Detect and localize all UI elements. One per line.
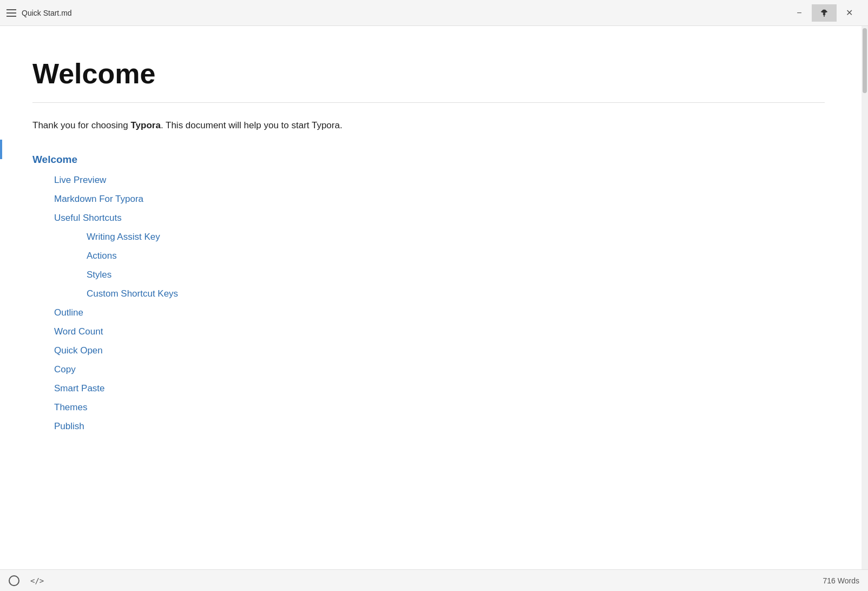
menu-icon[interactable]	[6, 9, 16, 17]
title-bar-left: Quick Start.md	[6, 9, 72, 17]
close-button[interactable]: ✕	[837, 4, 862, 22]
toc-welcome[interactable]: Welcome	[32, 154, 825, 165]
word-count-status: 716 Words	[823, 576, 859, 585]
toc-publish[interactable]: Publish	[32, 422, 825, 431]
toc-styles[interactable]: Styles	[32, 270, 825, 279]
toc-writing-assist-key[interactable]: Writing Assist Key	[32, 232, 825, 241]
toc-outline[interactable]: Outline	[32, 308, 825, 317]
scrollbar[interactable]	[862, 26, 868, 569]
toc-copy[interactable]: Copy	[32, 365, 825, 374]
intro-text-after: . This document will help you to start T…	[161, 120, 343, 130]
pin-button[interactable]	[812, 4, 837, 22]
heading-divider	[32, 102, 825, 103]
code-icon[interactable]: </>	[30, 576, 44, 585]
status-bar-left: </>	[9, 575, 44, 586]
toc-markdown-for-typora[interactable]: Markdown For Typora	[32, 194, 825, 203]
main-container: Welcome Thank you for choosing Typora. T…	[0, 26, 868, 569]
window-controls: − ✕	[787, 4, 862, 22]
status-bar: </> 716 Words	[0, 569, 868, 591]
intro-paragraph: Thank you for choosing Typora. This docu…	[32, 118, 825, 133]
toc-word-count[interactable]: Word Count	[32, 327, 825, 336]
toc-live-preview[interactable]: Live Preview	[32, 175, 825, 185]
toc-themes[interactable]: Themes	[32, 403, 825, 412]
toc-useful-shortcuts[interactable]: Useful Shortcuts	[32, 213, 825, 222]
intro-brand: Typora	[130, 120, 160, 130]
intro-text-before: Thank you for choosing	[32, 120, 130, 130]
table-of-contents: WelcomeLive PreviewMarkdown For TyporaUs…	[32, 154, 825, 431]
title-bar: Quick Start.md − ✕	[0, 0, 868, 26]
toc-quick-open[interactable]: Quick Open	[32, 346, 825, 355]
scrollbar-thumb[interactable]	[863, 28, 867, 93]
circle-icon[interactable]	[9, 575, 19, 586]
content-area: Welcome Thank you for choosing Typora. T…	[0, 26, 868, 569]
toc-actions[interactable]: Actions	[32, 251, 825, 260]
toc-smart-paste[interactable]: Smart Paste	[32, 384, 825, 393]
minimize-button[interactable]: −	[787, 4, 812, 22]
toc-custom-shortcut-keys[interactable]: Custom Shortcut Keys	[32, 289, 825, 298]
welcome-heading: Welcome	[32, 58, 825, 89]
window-title: Quick Start.md	[22, 9, 72, 17]
